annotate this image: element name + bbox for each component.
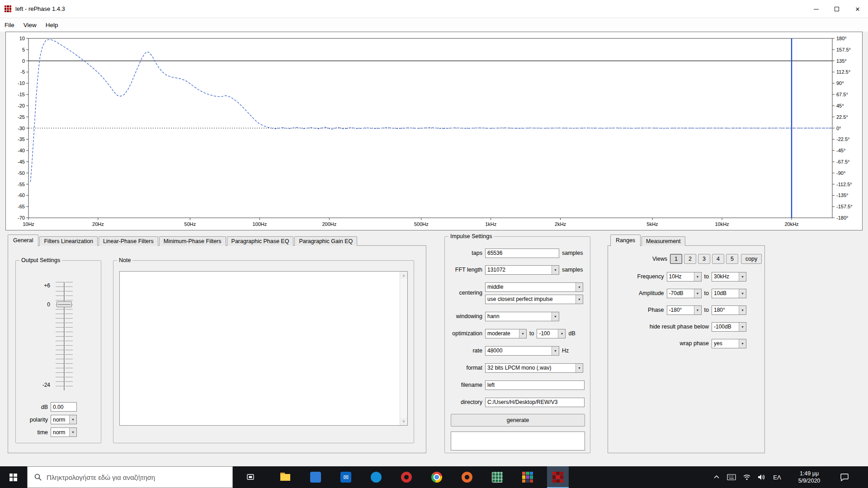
gain-slider-track[interactable] [64,282,65,390]
action-center-button[interactable] [835,466,854,488]
amplitude-to-select[interactable]: 10dB ▼ [712,289,746,298]
maximize-button[interactable] [826,0,847,18]
maximize-icon [835,7,839,11]
search-input[interactable] [47,474,218,481]
taskbar-app-chrome[interactable] [426,466,448,488]
taskbar-app-edge[interactable] [365,466,387,488]
wrap-phase-row: wrap phase yes ▼ [611,338,746,348]
close-button[interactable]: ✕ [847,0,868,18]
view-button-2[interactable]: 2 [684,254,696,264]
svg-text:-50: -50 [18,170,25,176]
taskbar-app-firefox[interactable] [456,466,478,488]
svg-text:-157.5°: -157.5° [836,204,853,209]
view-button-1[interactable]: 1 [670,254,682,264]
polarity-row: polarity norm ▼ [19,415,77,424]
phase-from-select[interactable]: -180° ▼ [667,305,702,315]
scroll-up-icon[interactable]: ▲ [400,272,407,279]
frequency-to-select[interactable]: 30kHz ▼ [712,272,746,282]
time-select[interactable]: norm ▼ [51,427,77,437]
hide-result-phase-select[interactable]: -100dB ▼ [712,322,746,332]
note-scrollbar[interactable]: ▲ ▼ [400,272,407,425]
fft-length-select[interactable]: 131072 ▼ [485,265,559,275]
rate-select[interactable]: 48000 ▼ [485,346,559,356]
hide-result-phase-label: hide result phase below [650,324,709,330]
view-button-4[interactable]: 4 [712,254,724,264]
menu-file[interactable]: File [0,18,19,32]
polarity-select[interactable]: norm ▼ [51,415,77,424]
tab-paragraphic-gain-eq[interactable]: Paragraphic Gain EQ [294,236,357,246]
optimization-db-select[interactable]: -100 ▼ [537,329,566,338]
tab-linear-phase-filters[interactable]: Linear-Phase Filters [99,236,158,246]
chevron-down-icon: ▼ [519,329,526,338]
view-button-5[interactable]: 5 [726,254,738,264]
taskbar-app-file-explorer[interactable] [274,466,296,488]
svg-text:-5: -5 [20,69,25,75]
chevron-down-icon: ▼ [69,428,76,436]
view-button-3[interactable]: 3 [698,254,710,264]
taskbar-search[interactable] [27,466,233,488]
ranges-tab-measurement[interactable]: Measurement [642,236,685,246]
taskbar-app-mail[interactable]: ✉ [335,466,357,488]
touch-keyboard-button[interactable] [725,466,738,488]
gain-slider-handle[interactable] [57,301,72,307]
menu-help[interactable]: Help [41,18,63,32]
wrap-phase-select[interactable]: yes ▼ [712,339,746,348]
svg-text:-180°: -180° [836,215,848,221]
minimize-button[interactable] [806,0,826,18]
tab-minimum-phase-filters[interactable]: Minimum-Phase Filters [159,236,226,246]
taskbar-app-rephase[interactable] [547,466,569,488]
menu-view[interactable]: View [19,18,41,32]
frequency-from-select[interactable]: 10Hz ▼ [667,272,702,282]
tab-filters-linearization[interactable]: Filters Linearization [39,236,97,246]
tab-paragraphic-phase-eq[interactable]: Paragraphic Phase EQ [227,236,294,246]
chevron-down-icon: ▼ [739,339,746,348]
gain-db-input[interactable] [51,402,77,412]
chevron-down-icon: ▼ [576,364,583,372]
taskbar-app-excel[interactable] [486,466,508,488]
polarity-label: polarity [19,417,48,423]
centering-select[interactable]: middle ▼ [485,282,583,292]
generate-status-box [451,432,585,450]
ranges-tab-ranges[interactable]: Ranges [610,235,641,246]
chevron-down-icon: ▼ [694,272,701,281]
copy-view-button[interactable]: copy [741,254,762,264]
svg-text:5kHz: 5kHz [647,221,658,227]
centering-mode-select[interactable]: use closest perfect impulse ▼ [485,295,583,304]
frequency-phase-chart-panel[interactable]: 1050-5-10-15-20-25-30-35-40-45-50-55-60-… [5,32,863,230]
tab-general[interactable]: General [8,235,38,246]
frequency-phase-chart[interactable]: 1050-5-10-15-20-25-30-35-40-45-50-55-60-… [6,32,862,230]
phase-to-select[interactable]: 180° ▼ [712,305,746,315]
svg-text:10kHz: 10kHz [715,221,729,227]
frequency-to-label: to [704,273,709,280]
windowing-select[interactable]: hann ▼ [485,312,559,321]
amplitude-from-select[interactable]: -70dB ▼ [667,289,702,298]
taskbar-app-rew[interactable] [517,466,538,488]
scroll-down-icon[interactable]: ▼ [400,418,407,425]
filename-input[interactable] [485,380,585,390]
chevron-down-icon: ▼ [739,306,746,314]
start-button[interactable] [0,466,26,488]
format-label: format [447,365,482,371]
note-textarea[interactable]: ▲ ▼ [119,271,408,426]
taskbar-app-photos[interactable] [305,466,326,488]
generate-button[interactable]: generate [451,414,585,427]
task-view-button[interactable] [240,466,261,488]
svg-text:67.5°: 67.5° [836,92,848,97]
taps-input[interactable] [485,249,559,258]
svg-text:-55: -55 [18,182,25,187]
network-button[interactable] [741,466,753,488]
directory-row: directory [447,397,585,407]
optimization-select[interactable]: moderate ▼ [485,329,527,338]
hidden-icons-button[interactable] [711,466,722,488]
format-select[interactable]: 32 bits LPCM mono (.wav) ▼ [485,363,583,373]
svg-text:-10: -10 [18,80,25,86]
taskbar-clock[interactable]: 1:49 μμ 5/9/2020 [789,466,830,488]
directory-input[interactable] [485,398,585,407]
volume-button[interactable] [755,466,768,488]
taps-row: taps samples [447,248,583,258]
views-label: Views [652,256,667,262]
language-indicator[interactable]: ΕΛ [769,466,785,488]
svg-text:-65: -65 [18,204,25,209]
phase-to-value: 180° [712,307,739,313]
taskbar-app-opera[interactable] [396,466,417,488]
